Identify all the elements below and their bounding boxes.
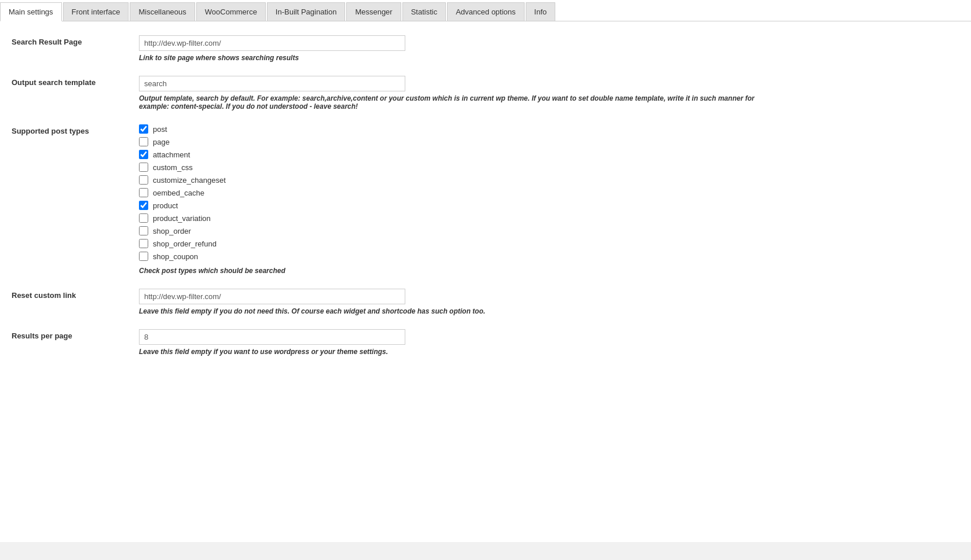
post-type-item-custom_css: custom_css [139,163,959,172]
post-type-item-oembed_cache: oembed_cache [139,188,959,197]
post-type-checkbox-product_variation[interactable] [139,213,148,223]
search-result-page-hint: Link to site page where shows searching … [139,54,776,62]
post-type-item-shop_coupon: shop_coupon [139,252,959,261]
reset-custom-link-label: Reset custom link [12,289,139,300]
tabs-container: Main settingsFront interfaceMiscellaneou… [0,0,971,21]
supported-post-types-field: postpageattachmentcustom_csscustomize_ch… [139,124,959,275]
results-per-page-hint: Leave this field empty if you want to us… [139,348,776,356]
supported-post-types-row: Supported post types postpageattachmentc… [12,124,959,275]
post-type-label-shop_coupon[interactable]: shop_coupon [153,252,198,261]
output-search-template-input[interactable] [139,76,405,91]
post-type-checkbox-oembed_cache[interactable] [139,188,148,197]
reset-custom-link-field: Leave this field empty if you do not nee… [139,289,959,315]
post-type-label-shop_order[interactable]: shop_order [153,227,191,235]
results-per-page-input[interactable] [139,329,405,345]
post-types-checkbox-group: postpageattachmentcustom_csscustomize_ch… [139,124,959,261]
post-type-label-page[interactable]: page [153,138,170,146]
search-result-page-row: Search Result Page Link to site page whe… [12,35,959,62]
reset-custom-link-row: Reset custom link Leave this field empty… [12,289,959,315]
post-type-label-custom_css[interactable]: custom_css [153,163,193,172]
tab-messenger[interactable]: Messenger [346,2,401,21]
post-type-label-shop_order_refund[interactable]: shop_order_refund [153,240,217,248]
results-per-page-row: Results per page Leave this field empty … [12,329,959,356]
tab-front-interface[interactable]: Front interface [63,2,129,21]
post-type-item-product_variation: product_variation [139,213,959,223]
search-result-page-field: Link to site page where shows searching … [139,35,959,62]
post-type-item-page: page [139,137,959,146]
post-type-label-customize_changeset[interactable]: customize_changeset [153,176,226,185]
post-type-checkbox-attachment[interactable] [139,150,148,159]
post-type-item-post: post [139,124,959,134]
post-type-checkbox-product[interactable] [139,201,148,210]
post-type-label-attachment[interactable]: attachment [153,150,190,159]
post-type-checkbox-shop_coupon[interactable] [139,252,148,261]
tab-statistic[interactable]: Statistic [402,2,446,21]
supported-post-types-hint: Check post types which should be searche… [139,267,776,275]
reset-custom-link-hint: Leave this field empty if you do not nee… [139,307,776,315]
tab-advanced-options[interactable]: Advanced options [447,2,524,21]
post-type-label-oembed_cache[interactable]: oembed_cache [153,189,204,197]
post-type-item-shop_order: shop_order [139,226,959,235]
output-search-template-field: Output template, search by default. For … [139,76,959,110]
supported-post-types-label: Supported post types [12,124,139,135]
post-type-item-shop_order_refund: shop_order_refund [139,239,959,248]
post-type-item-product: product [139,201,959,210]
tab-miscellaneous[interactable]: Miscellaneous [130,2,195,21]
tab-main-settings[interactable]: Main settings [0,2,62,21]
post-type-label-post[interactable]: post [153,125,167,134]
post-type-label-product[interactable]: product [153,201,178,210]
post-type-checkbox-shop_order_refund[interactable] [139,239,148,248]
search-result-page-label: Search Result Page [12,35,139,46]
reset-custom-link-input[interactable] [139,289,405,304]
post-type-item-attachment: attachment [139,150,959,159]
post-type-item-customize_changeset: customize_changeset [139,175,959,185]
post-type-checkbox-page[interactable] [139,137,148,146]
post-type-checkbox-custom_css[interactable] [139,163,148,172]
tab-inbuilt-pagination[interactable]: In-Built Pagination [267,2,346,21]
results-per-page-label: Results per page [12,329,139,340]
results-per-page-field: Leave this field empty if you want to us… [139,329,959,356]
post-type-checkbox-customize_changeset[interactable] [139,175,148,185]
content-area: Search Result Page Link to site page whe… [0,21,971,542]
post-type-checkbox-shop_order[interactable] [139,226,148,235]
output-search-template-label: Output search template [12,76,139,87]
output-search-template-row: Output search template Output template, … [12,76,959,110]
post-type-checkbox-post[interactable] [139,124,148,134]
tab-info[interactable]: Info [526,2,556,21]
output-search-template-hint: Output template, search by default. For … [139,94,776,110]
post-type-label-product_variation[interactable]: product_variation [153,214,211,223]
search-result-page-input[interactable] [139,35,405,51]
tab-woocommerce[interactable]: WooCommerce [196,2,266,21]
